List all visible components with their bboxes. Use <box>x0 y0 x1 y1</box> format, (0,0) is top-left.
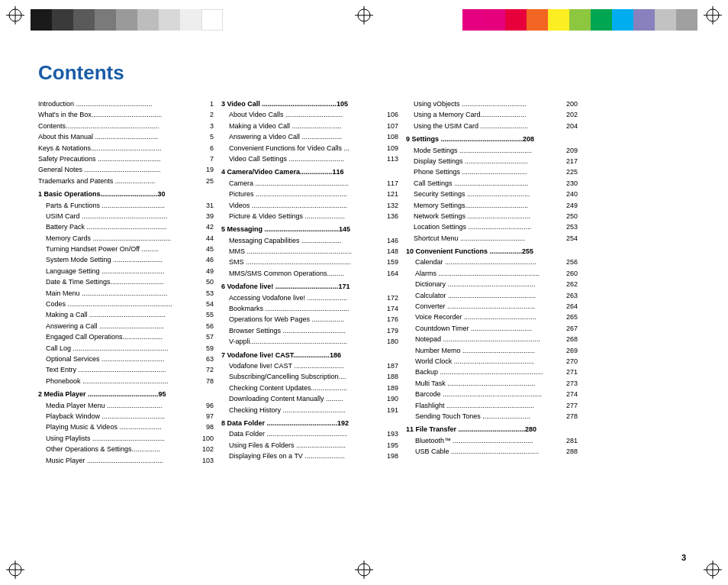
reg-mark-tl <box>6 6 24 24</box>
toc-section-10-header: 10 Convenient Functions ................… <box>406 246 578 257</box>
toc-section-8-cont: Using vObjects .........................… <box>406 99 578 131</box>
toc-entry-safety: Safety Precautions .....................… <box>38 154 214 164</box>
toc-container: Introduction ...........................… <box>38 99 690 466</box>
page-number: 3 <box>681 553 686 562</box>
reg-mark-tc <box>355 6 373 24</box>
page-title: Contents <box>38 61 690 85</box>
reg-mark-bl <box>6 561 24 579</box>
toc-entry-keys-notations: Keys & Notations........................… <box>38 143 214 154</box>
toc-section-1-entries: Parts & Functions ......................… <box>38 200 214 387</box>
toc-section-5-entries: Messaging Capabilities .................… <box>221 235 398 280</box>
toc-col-2: 3 Video Call ...........................… <box>221 99 406 466</box>
toc-entry-trademarks: Trademarks and Patents .................… <box>38 176 214 186</box>
toc-section-11-entries: Bluetooth™ .............................… <box>406 435 578 457</box>
toc-section-5-header: 5 Messaging ............................… <box>221 224 398 234</box>
reg-mark-br <box>704 561 722 579</box>
toc-section-6-entries: Accessing Vodafone live! ...............… <box>221 292 398 347</box>
toc-section-7-header: 7 Vodafone live! CAST...................… <box>221 350 398 360</box>
toc-section-9-entries: Mode Settings ..........................… <box>406 145 578 244</box>
toc-section-7-entries: Vodafone live! CAST ....................… <box>221 360 398 415</box>
toc-section-3-entries: About Video Calls ......................… <box>221 109 398 164</box>
toc-section-3-header: 3 Video Call ...........................… <box>221 99 398 109</box>
toc-section-10-entries: Calendar ...............................… <box>406 257 578 422</box>
toc-section-8-entries: Data Folder ............................… <box>221 428 398 461</box>
toc-col-3: Using vObjects .........................… <box>406 99 585 466</box>
toc-entry-general-notes: General Notes ..........................… <box>38 164 214 175</box>
toc-section-1-header: 1 Basic Operations......................… <box>38 189 214 199</box>
color-bar-left <box>31 9 223 31</box>
toc-section-2-entries: Media Player Menu ......................… <box>38 400 214 466</box>
toc-section-9-header: 9 Settings .............................… <box>406 134 578 144</box>
toc-section-2-header: 2 Media Player .........................… <box>38 389 214 399</box>
toc-section-4-header: 4 Camera/Video Camera.................11… <box>221 166 398 177</box>
toc-section-6-header: 6 Vodafone live! .......................… <box>221 281 398 292</box>
page-content: Contents Introduction ..................… <box>38 61 690 547</box>
reg-mark-bc <box>355 561 373 579</box>
toc-entry-about-manual: About this Manual ......................… <box>38 131 214 142</box>
toc-section-4-entries: Camera .................................… <box>221 178 398 222</box>
toc-entry-whats-in-box: What's in the Box.......................… <box>38 109 214 120</box>
color-bar-right <box>462 9 697 31</box>
toc-col-1: Introduction ...........................… <box>38 99 221 466</box>
toc-entry-contents: Contents................................… <box>38 121 214 131</box>
reg-mark-tr <box>704 6 722 24</box>
toc-section-11-header: 11 File Transfer .......................… <box>406 424 578 435</box>
toc-entry-introduction: Introduction ...........................… <box>38 99 214 109</box>
toc-section-8-header: 8 Data Folder ..........................… <box>221 418 398 428</box>
